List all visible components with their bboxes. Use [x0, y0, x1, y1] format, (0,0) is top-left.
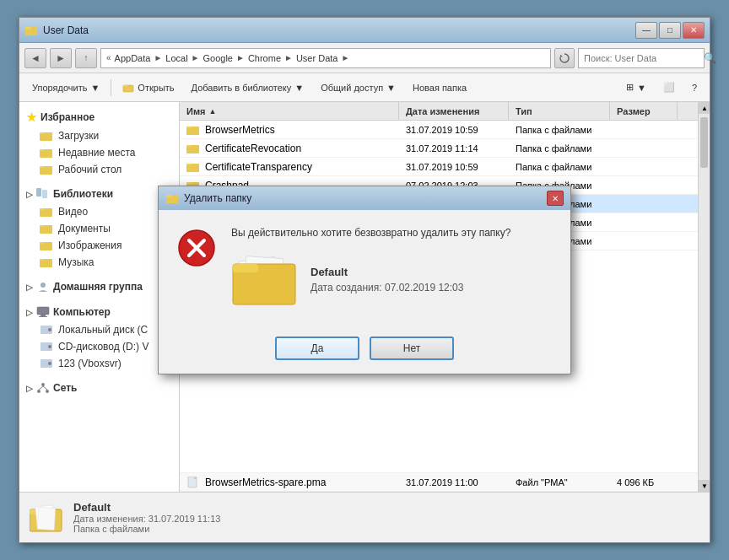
dialog-body: Вы действительно хотите безвозвратно уда… — [159, 210, 570, 326]
dialog-overlay: Удалить папку ✕ Вы действительно хотите … — [0, 0, 729, 560]
dialog-title-text: Удалить папку — [184, 192, 542, 204]
dialog-icon — [165, 191, 179, 205]
dialog-filedate: Дата создания: 07.02.2019 12:03 — [310, 282, 463, 293]
dialog-buttons: Да Нет — [159, 326, 570, 374]
dialog-file-details: Default Дата создания: 07.02.2019 12:03 — [310, 266, 463, 293]
dialog-question: Вы действительно хотите безвозвратно уда… — [231, 227, 510, 239]
dialog-folder-big-icon — [231, 249, 299, 310]
dialog-filename: Default — [310, 266, 463, 278]
dialog-no-button[interactable]: Нет — [370, 337, 454, 360]
dialog-yes-button[interactable]: Да — [275, 337, 359, 360]
warning-icon — [176, 227, 218, 269]
delete-dialog: Удалить папку ✕ Вы действительно хотите … — [158, 186, 571, 374]
dialog-title-bar: Удалить папку ✕ — [159, 186, 570, 210]
dialog-file-info: Default Дата создания: 07.02.2019 12:03 — [231, 249, 510, 310]
warning-x-icon — [177, 229, 216, 267]
svg-rect-57 — [166, 195, 172, 197]
dialog-close-button[interactable]: ✕ — [547, 191, 564, 206]
dialog-content: Вы действительно хотите безвозвратно уда… — [231, 227, 510, 310]
svg-rect-64 — [233, 264, 258, 272]
